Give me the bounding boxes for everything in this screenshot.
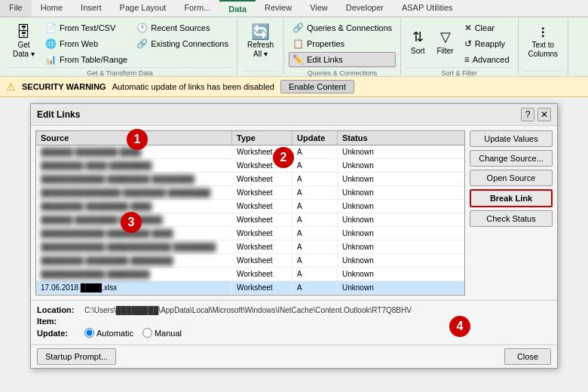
sort-button[interactable]: ⇅ Sort xyxy=(406,20,430,63)
table-row[interactable]: ████████ ████ ████████ Worksheet A Unkno… xyxy=(36,159,464,173)
status-cell-selected: Unknown xyxy=(338,281,413,294)
source-cell: ███████████████ ████████ ████████ xyxy=(36,186,232,199)
reapply-button[interactable]: ↺ Reapply xyxy=(461,36,513,51)
table-row-selected[interactable]: 17.06.2018 ████.xlsx Worksheet A Unknown xyxy=(36,281,464,295)
source-cell: ████████████ ████████ ████ xyxy=(36,227,232,240)
status-cell: Unknown xyxy=(338,213,413,226)
ribbon-tabs: File Home Insert Page Layout Form... Dat… xyxy=(0,0,588,17)
check-status-button[interactable]: Check Status xyxy=(470,210,553,227)
from-table-button[interactable]: 📊 From Table/Range xyxy=(41,52,131,67)
properties-button[interactable]: 📋 Properties xyxy=(289,36,396,51)
dialog-controls: ? ✕ xyxy=(521,108,551,121)
status-cell: Unknown xyxy=(338,240,413,253)
col-type: Type xyxy=(232,131,292,145)
clear-button[interactable]: ✕ Clear xyxy=(461,20,513,35)
update-values-button[interactable]: Update Values xyxy=(470,130,553,147)
advanced-button[interactable]: ≡ Advanced xyxy=(461,52,513,67)
table-row[interactable]: ████████████ ████████████ ████████ Works… xyxy=(36,240,464,254)
queries-group-label: Queries & Connections xyxy=(289,67,396,77)
status-cell: Unknown xyxy=(338,173,413,185)
help-button[interactable]: ? xyxy=(521,108,534,121)
automatic-label: Automatic xyxy=(96,329,133,338)
startup-prompt-button[interactable]: Startup Prompt... xyxy=(37,348,116,365)
from-table-label: From Table/Range xyxy=(60,55,127,64)
close-dialog-button[interactable]: ✕ xyxy=(537,108,551,121)
refresh-icon: 🔄 xyxy=(251,24,270,39)
connections-icon: 🔗 xyxy=(136,38,148,49)
table-row[interactable]: ███████████████ ████████ ████████ Worksh… xyxy=(36,186,464,200)
table-row[interactable]: ████████ ████████ ████ Worksheet A Unkno… xyxy=(36,200,464,213)
break-link-button[interactable]: Break Link xyxy=(470,189,553,207)
source-cell: ████████ ████ ████████ xyxy=(36,159,232,172)
recent-sources-label: Recent Sources xyxy=(151,23,210,32)
advanced-label: Advanced xyxy=(473,55,510,64)
get-data-button[interactable]: 🗄 GetData ▾ xyxy=(8,20,40,63)
edit-links-button[interactable]: ✏️ Edit Links xyxy=(289,52,396,67)
update-cell: A xyxy=(292,254,338,267)
tab-asap[interactable]: ASAP Utilities xyxy=(393,0,462,17)
automatic-radio-input[interactable] xyxy=(84,328,94,338)
tab-insert[interactable]: Insert xyxy=(72,0,111,17)
col-source: Source xyxy=(36,131,232,145)
type-cell: Worksheet xyxy=(232,227,292,240)
table-row[interactable]: ████████████ ████████ ████████ Worksheet… xyxy=(36,173,464,186)
manual-radio-input[interactable] xyxy=(142,328,152,338)
tab-view[interactable]: View xyxy=(301,0,337,17)
web-icon: 🌐 xyxy=(45,38,57,49)
existing-connections-label: Existing Connections xyxy=(151,39,228,48)
clear-icon: ✕ xyxy=(464,23,472,33)
clear-label: Clear xyxy=(475,23,495,32)
table-row[interactable]: ████████ ████████ ████████ Worksheet A U… xyxy=(36,254,464,268)
status-cell: Unknown xyxy=(338,186,413,199)
tab-data[interactable]: Data xyxy=(219,0,256,17)
from-web-label: From Web xyxy=(60,39,98,48)
manual-radio[interactable]: Manual xyxy=(142,328,182,338)
table-row[interactable]: ██████ ████████ ████ Worksheet A Unknown xyxy=(36,145,464,159)
table-header: Source Type Update Status xyxy=(36,131,464,145)
change-source-button[interactable]: Change Source... xyxy=(470,150,553,167)
location-value: C:\Users\████████\AppData\Local\Microsof… xyxy=(84,306,412,314)
open-source-button[interactable]: Open Source xyxy=(470,170,553,186)
type-cell: Worksheet xyxy=(232,173,292,185)
text-columns-group: ⫶ Text toColumns xyxy=(519,19,568,75)
tab-page-layout[interactable]: Page Layout xyxy=(111,0,176,17)
text-columns-group-label xyxy=(523,71,563,73)
type-cell: Worksheet xyxy=(232,200,292,213)
table-row[interactable]: ██████ ████████ ████████ Worksheet A Unk… xyxy=(36,213,464,227)
tab-developer[interactable]: Developer xyxy=(337,0,393,17)
recent-sources-button[interactable]: 🕐 Recent Sources xyxy=(133,20,232,35)
reapply-icon: ↺ xyxy=(464,38,472,49)
from-buttons-stack: 📄 From Text/CSV 🌐 From Web 📊 From Table/… xyxy=(41,20,131,67)
tab-file[interactable]: File xyxy=(0,0,32,17)
automatic-radio[interactable]: Automatic xyxy=(84,328,133,338)
tab-review[interactable]: Review xyxy=(256,0,301,17)
close-button[interactable]: Close xyxy=(504,348,551,365)
existing-connections-button[interactable]: 🔗 Existing Connections xyxy=(133,36,232,51)
table-row[interactable]: ████████████ ████████ Worksheet A Unknow… xyxy=(36,268,464,281)
enable-content-button[interactable]: Enable Content xyxy=(280,80,354,93)
type-cell: Worksheet xyxy=(232,268,292,280)
table-row[interactable]: ████████████ ████████ ████ Worksheet A U… xyxy=(36,227,464,240)
text-csv-icon: 📄 xyxy=(45,23,57,33)
get-data-label: GetData ▾ xyxy=(13,41,35,59)
tab-home[interactable]: Home xyxy=(32,0,72,17)
get-transform-label: Get & Transform Data xyxy=(8,67,232,77)
type-cell-selected: Worksheet xyxy=(232,281,292,294)
edit-links-icon: ✏️ xyxy=(292,54,304,65)
source-cell: ████████ ████████ ████████ xyxy=(36,254,232,267)
filter-button[interactable]: ▽ Filter xyxy=(431,20,458,63)
status-cell: Unknown xyxy=(338,254,413,267)
queries-connections-button[interactable]: 🔗 Queries & Connections xyxy=(289,20,396,35)
edit-links-dialog: Edit Links ? ✕ Source Type Update Status… xyxy=(30,103,558,369)
type-cell: Worksheet xyxy=(232,240,292,253)
tab-formulas[interactable]: Form... xyxy=(175,0,219,17)
security-label: SECURITY WARNING xyxy=(22,82,106,91)
from-text-csv-button[interactable]: 📄 From Text/CSV xyxy=(41,20,131,35)
refresh-all-button[interactable]: 🔄 RefreshAll ▾ xyxy=(242,20,279,63)
from-web-button[interactable]: 🌐 From Web xyxy=(41,36,131,51)
queries-connections-label: Queries & Connections xyxy=(307,23,392,32)
text-to-columns-button[interactable]: ⫶ Text toColumns xyxy=(523,20,563,63)
update-label: Update: xyxy=(37,329,78,338)
properties-icon: 📋 xyxy=(292,38,304,49)
sort-icon: ⇅ xyxy=(412,29,424,45)
